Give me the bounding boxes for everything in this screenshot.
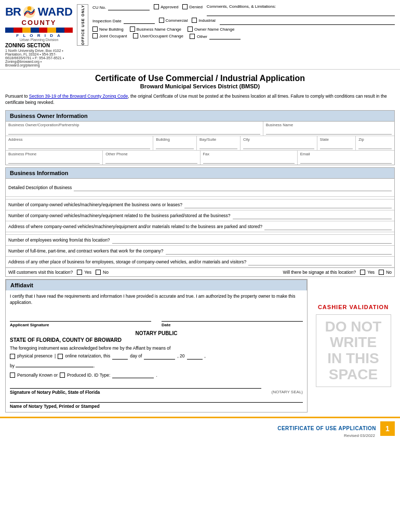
address-input[interactable] [8, 143, 150, 149]
year-input[interactable] [187, 353, 203, 360]
email-input[interactable] [300, 157, 392, 164]
personally-known-box[interactable] [10, 373, 15, 378]
business-name-input[interactable] [266, 128, 392, 135]
do-not-write-text-4: SPACE [329, 367, 378, 383]
email-cell: Email [298, 151, 394, 165]
comments-section-2 [220, 18, 395, 25]
inspection-date-input[interactable] [124, 18, 155, 24]
customers-no-box[interactable] [96, 270, 101, 275]
main-title-section: Certificate of Use Commercial / Industri… [0, 70, 400, 91]
user-occupant-checkbox[interactable]: User/Occupant Change [133, 33, 183, 38]
building-cell: Building [153, 136, 197, 150]
biz-label-6: Address of any other place of business f… [8, 259, 246, 264]
business-name-change-checkbox[interactable]: Business Name Change [130, 26, 181, 32]
bay-suite-input[interactable] [199, 143, 237, 149]
broward-logo-icon [22, 4, 37, 20]
comments-line-2[interactable] [220, 19, 395, 25]
by-input[interactable] [16, 361, 94, 367]
denied-checkbox[interactable]: Denied [182, 4, 202, 9]
online-label: online notarization, this [65, 353, 110, 360]
affidavit-content: I certify that I have read the requireme… [6, 290, 307, 412]
biz-label-2: Number of company-owned vehicles/machine… [8, 213, 231, 218]
notary-sig-label: Signature of Notary Public, State of Flo… [10, 390, 261, 395]
biz-input-4[interactable] [112, 236, 392, 244]
new-building-box[interactable] [92, 26, 98, 32]
signage-no-box[interactable] [379, 270, 384, 275]
affidavit-text: I certify that I have read the requireme… [10, 294, 303, 306]
business-owner-header: Business Owner Information [6, 111, 394, 122]
new-building-checkbox[interactable]: New Building [92, 26, 124, 32]
state-input[interactable] [320, 143, 353, 149]
month-input[interactable] [144, 353, 175, 360]
biz-input-3[interactable] [264, 223, 392, 230]
day-input[interactable] [112, 353, 128, 360]
other-phone-cell: Other Phone [103, 151, 200, 165]
biz-input-6[interactable] [248, 258, 392, 265]
address-row: Address Building Bay/Suite City State Zi… [6, 136, 394, 151]
other-input[interactable] [209, 33, 241, 39]
biz-input-5[interactable] [166, 247, 392, 255]
notary-presence-row: physical presence | online notarization,… [10, 353, 303, 360]
do-not-write-text-3: IN THIS [327, 351, 379, 367]
notary-name-label: Name of Notary Typed, Printed or Stamped [10, 404, 303, 409]
cu-no-input[interactable] [108, 4, 150, 10]
zip-input[interactable] [358, 143, 392, 149]
state-label: State [320, 137, 353, 142]
commercial-box[interactable] [159, 18, 164, 23]
online-notarization-box[interactable] [58, 354, 63, 359]
owner-corp-input[interactable] [8, 128, 260, 135]
applicant-sig-line[interactable] [10, 312, 151, 322]
biz-row-3: Address of where company-owned vehicles/… [6, 221, 394, 232]
other-label: Other [197, 34, 207, 39]
owner-name-change-box[interactable] [188, 26, 193, 32]
fax-label: Fax [203, 152, 295, 156]
biz-input-0[interactable] [74, 184, 392, 191]
comments-label: Comments, Conditions, & Limitations: [207, 4, 276, 9]
address-label: Address [8, 137, 150, 142]
joint-occupant-checkbox[interactable]: Joint Occupant [92, 33, 127, 38]
physical-presence-box[interactable] [10, 354, 15, 359]
intro-text: Pursuant to Section 39-19 of the Broward… [0, 91, 400, 108]
email-label: Email [300, 152, 392, 156]
comments-line-1[interactable] [207, 10, 395, 16]
signage-yes-box[interactable] [360, 270, 365, 275]
user-occupant-box[interactable] [133, 33, 138, 38]
city-input[interactable] [243, 143, 314, 149]
joint-occupant-box[interactable] [92, 33, 98, 38]
building-input[interactable] [156, 143, 194, 149]
customers-row: Will customers visit this location? Yes … [6, 268, 394, 276]
denied-box[interactable] [182, 4, 188, 9]
other-box[interactable] [190, 34, 195, 39]
industrial-checkbox[interactable]: Industrial [192, 18, 215, 23]
other-phone-input[interactable] [105, 157, 197, 164]
do-not-write-box: DO NOT WRITE IN THIS SPACE [316, 314, 391, 387]
industrial-box[interactable] [192, 18, 197, 23]
produced-id-box[interactable] [60, 373, 65, 378]
owner-name-row: Business Owner/Corporation/Partnership B… [6, 122, 394, 136]
joint-occupant-label: Joint Occupant [99, 34, 127, 38]
id-type-input[interactable] [112, 372, 154, 378]
affidavit-header: Affidavit [6, 280, 307, 290]
id-row: Personally Known or Produced ID. ID Type… [10, 372, 303, 379]
fax-input[interactable] [203, 157, 295, 164]
biz-input-1[interactable] [184, 201, 392, 208]
approved-box[interactable] [154, 4, 159, 9]
business-phone-input[interactable] [8, 157, 100, 164]
commercial-checkbox[interactable]: Commercial [159, 18, 188, 23]
owner-name-change-checkbox[interactable]: Owner Name Change [188, 26, 234, 32]
business-name-change-box[interactable] [130, 26, 135, 32]
approved-label: Approved [161, 5, 178, 9]
building-label: Building [156, 137, 194, 142]
biz-input-2[interactable] [233, 212, 392, 219]
cashier-validation-header: CASHIER VALIDATION [318, 304, 389, 310]
biz-row-6: Address of any other place of business f… [6, 257, 394, 268]
biz-row-4: Number of employees working from/at this… [6, 235, 394, 246]
affidavit-container: Affidavit I certify that I have read the… [5, 279, 395, 413]
florida-bar [5, 28, 73, 33]
by-label: by [10, 363, 15, 368]
approved-checkbox[interactable]: Approved [154, 4, 178, 9]
customers-yes-box[interactable] [77, 270, 82, 275]
date-line[interactable] [162, 312, 303, 322]
intro-link[interactable]: Section 39-19 of the Broward County Zoni… [29, 94, 128, 99]
business-phone-label: Business Phone [8, 152, 100, 156]
